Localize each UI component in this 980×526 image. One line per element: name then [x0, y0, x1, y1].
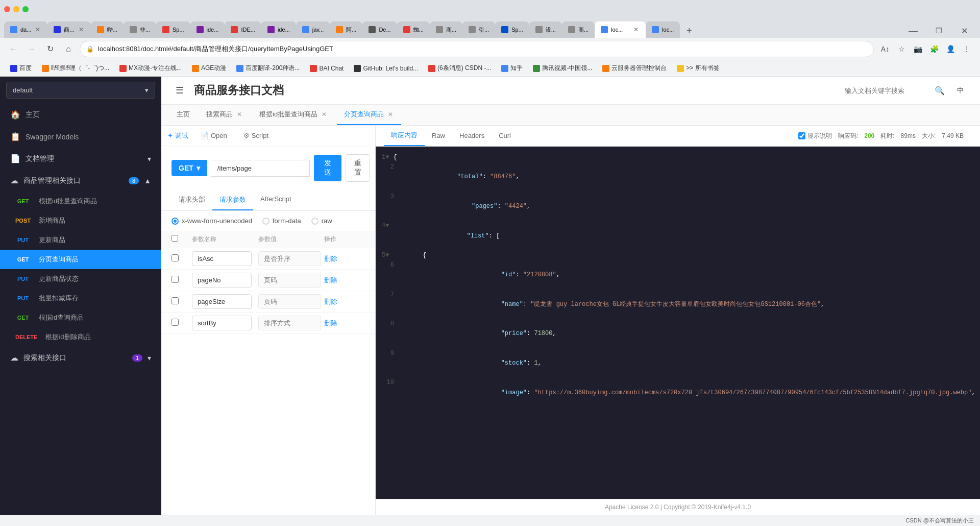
bookmark-zhihu[interactable]: 知乎: [497, 62, 527, 74]
browser-tab-active[interactable]: loc... ✕: [595, 21, 646, 38]
select-all-checkbox[interactable]: [172, 235, 178, 242]
param-tab-params[interactable]: 请求参数: [212, 190, 253, 210]
bookmark-btn[interactable]: ☆: [894, 42, 909, 56]
debug-button[interactable]: ✦ 调试: [167, 131, 188, 140]
browser-tab-19[interactable]: loc...: [646, 21, 680, 38]
window-minimize[interactable]: [13, 6, 19, 12]
param-value-pagesize[interactable]: [258, 294, 321, 309]
sidebar-section-search[interactable]: ☁ 搜索相关接口 1 ▾: [0, 347, 161, 369]
param-name-isasc[interactable]: [192, 251, 252, 266]
doc-tab-close-active[interactable]: ✕: [387, 110, 394, 119]
param-checkbox[interactable]: [172, 297, 179, 304]
radio-raw[interactable]: raw: [311, 217, 332, 225]
profiles-btn[interactable]: 👤: [943, 42, 958, 56]
param-name-pagesize[interactable]: [192, 294, 252, 309]
browser-tab-11[interactable]: De...: [362, 21, 397, 38]
bookmark-more[interactable]: >> 所有书签: [673, 62, 723, 74]
browser-tab-15[interactable]: Sp...: [495, 21, 529, 38]
home-button[interactable]: ⌂: [61, 42, 76, 56]
hamburger-button[interactable]: ☰: [174, 83, 186, 98]
param-checkbox[interactable]: [172, 319, 179, 326]
bookmark-translate[interactable]: 百度翻译-200种语...: [232, 62, 304, 74]
api-item-query-by-id[interactable]: GET 根据id查询商品: [0, 308, 161, 327]
tab-close-btn[interactable]: ✕: [78, 25, 85, 34]
browser-tab-7[interactable]: IDE...: [225, 21, 261, 38]
param-value-pageno[interactable]: [258, 273, 321, 288]
bookmark-bilibili[interactable]: 哔哩哔哩（゜-゜)つ...: [38, 62, 113, 74]
delete-button-pageno[interactable]: 删除: [324, 276, 337, 284]
api-item-add[interactable]: POST 新增商品: [0, 211, 161, 230]
browser-tab-3[interactable]: 哔...: [91, 21, 124, 38]
doc-tab-batch-query[interactable]: 根据id批量查询商品 ✕: [252, 105, 335, 125]
script-button[interactable]: ⚙ Script: [239, 129, 273, 142]
sidebar-item-swagger-models[interactable]: 📋 Swagger Models: [0, 126, 161, 148]
bookmark-cloud[interactable]: 云服务器管理控制台: [598, 62, 671, 74]
param-name-pageno[interactable]: [192, 273, 252, 288]
forward-button[interactable]: →: [24, 42, 39, 56]
bookmark-github[interactable]: GitHub: Let's build...: [350, 63, 422, 74]
sidebar-item-doc-manage[interactable]: 📄 文档管理 ▾: [0, 148, 161, 170]
browser-tab-2[interactable]: 商... ✕: [47, 21, 90, 38]
tab-close-active[interactable]: ✕: [632, 25, 640, 34]
doc-tab-search[interactable]: 搜索商品 ✕: [199, 105, 250, 125]
open-button[interactable]: 📄 Open: [197, 129, 231, 142]
api-item-batch-query[interactable]: GET 根据id批量查询商品: [0, 192, 161, 211]
browser-tab-5[interactable]: Sp...: [156, 21, 190, 38]
radio-formdata[interactable]: form-data: [262, 217, 301, 225]
header-search-input[interactable]: [845, 87, 930, 94]
window-maximize[interactable]: [22, 6, 29, 12]
browser-tab-16[interactable]: 设...: [529, 21, 562, 38]
bookmark-age[interactable]: AGE动漫: [188, 62, 230, 74]
new-tab-button[interactable]: +: [682, 23, 696, 38]
api-item-page-query[interactable]: GET 分页查询商品: [0, 250, 161, 269]
radio-urlencoded[interactable]: x-www-form-urlencoded: [172, 217, 252, 225]
show-doc-toggle[interactable]: 显示说明: [798, 132, 832, 140]
method-select[interactable]: GET ▾: [172, 160, 207, 176]
api-item-deduct-stock[interactable]: PUT 批量扣减库存: [0, 289, 161, 308]
bookmark-baichat[interactable]: BAI Chat: [306, 63, 348, 74]
bookmark-baidu[interactable]: 百度: [6, 62, 36, 74]
delete-button-isasc[interactable]: 删除: [324, 255, 337, 262]
browser-tab-4[interactable]: 非...: [124, 21, 156, 38]
search-icon[interactable]: 🔍: [935, 86, 945, 95]
line-expand-1[interactable]: 1▼: [382, 153, 389, 162]
browser-tab-12[interactable]: 蜘...: [397, 21, 430, 38]
address-bar[interactable]: 🔒 localhost:8081/doc.html#/default/商品管理相…: [80, 41, 874, 57]
doc-tab-page-query[interactable]: 分页查询商品 ✕: [337, 105, 401, 125]
reset-button[interactable]: 重置: [346, 154, 370, 182]
delete-button-sortby[interactable]: 删除: [324, 319, 337, 327]
translate-btn[interactable]: A↕: [878, 42, 892, 56]
bookmark-tencent-video[interactable]: 腾讯视频-中国领...: [529, 62, 596, 74]
sidebar-item-home[interactable]: 🏠 主页: [0, 104, 161, 126]
reload-button[interactable]: ↻: [43, 42, 57, 56]
browser-tab-10[interactable]: 阿...: [330, 21, 362, 38]
window-close[interactable]: [4, 6, 10, 12]
window-restore-btn[interactable]: ❐: [927, 23, 950, 38]
bookmark-mxdm[interactable]: MX动漫-专注在线...: [115, 62, 186, 74]
window-close-btn[interactable]: ✕: [952, 23, 976, 38]
bookmark-csdn[interactable]: (6条消息) CSDN -...: [424, 62, 495, 74]
url-input[interactable]: [211, 160, 310, 177]
settings-btn[interactable]: ⋮: [960, 42, 974, 56]
response-tab-content[interactable]: 响应内容: [384, 126, 425, 146]
param-value-sortby[interactable]: [258, 316, 321, 330]
api-item-update[interactable]: PUT 更新商品: [0, 230, 161, 250]
response-tab-headers[interactable]: Headers: [452, 127, 492, 146]
api-item-update-status[interactable]: PUT 更新商品状态: [0, 269, 161, 289]
browser-tab-1[interactable]: da... ✕: [4, 21, 47, 38]
response-tab-raw[interactable]: Raw: [425, 127, 452, 146]
line-expand-5[interactable]: 5▼: [382, 251, 389, 260]
back-button[interactable]: ←: [6, 42, 20, 56]
param-name-sortby[interactable]: [192, 316, 252, 330]
browser-tab-13[interactable]: 商...: [430, 21, 462, 38]
send-button[interactable]: 发送: [314, 155, 341, 181]
param-checkbox[interactable]: [172, 254, 179, 261]
param-tab-afterscript[interactable]: AfterScript: [253, 190, 299, 210]
doc-tab-close[interactable]: ✕: [236, 110, 243, 119]
show-doc-checkbox[interactable]: [798, 132, 805, 139]
sidebar-section-goods[interactable]: ☁ 商品管理相关接口 8 ▲: [0, 170, 161, 192]
param-value-isasc[interactable]: [258, 251, 321, 266]
window-minimize-btn[interactable]: —: [901, 23, 925, 38]
api-selector[interactable]: default ▾: [6, 82, 155, 99]
screenshot-btn[interactable]: 📷: [911, 42, 925, 56]
